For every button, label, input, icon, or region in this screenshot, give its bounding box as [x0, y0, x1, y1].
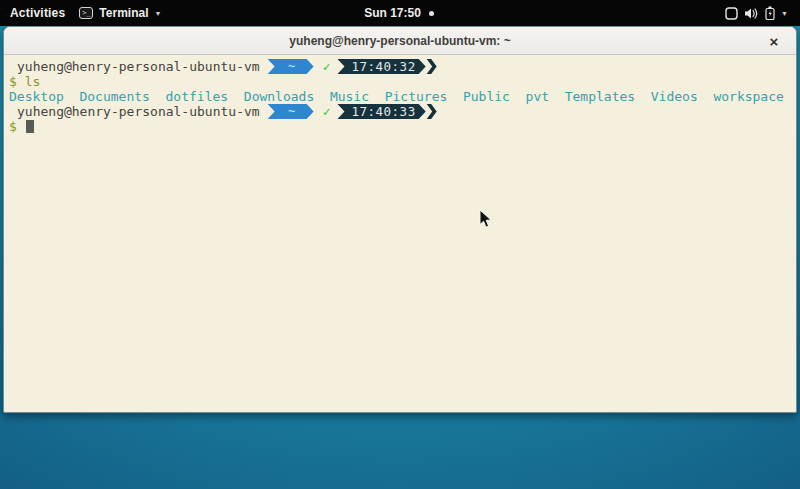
screen-icon	[725, 7, 738, 20]
desktop: Activities >_ Terminal ▼ Sun 17:50 ▼	[0, 0, 800, 489]
battery-charging-icon	[765, 6, 775, 20]
prompt-line: yuheng@henry-personal-ubuntu-vm ~ ✓ 17:4…	[9, 59, 791, 74]
prompt-dollar: $	[9, 74, 17, 89]
terminal-window: yuheng@henry-personal-ubuntu-vm: ~ × yuh…	[3, 26, 797, 413]
directory-list: Desktop Documents dotfiles Downloads Mus…	[9, 89, 784, 104]
window-title: yuheng@henry-personal-ubuntu-vm: ~	[289, 34, 510, 48]
terminal-screen[interactable]: yuheng@henry-personal-ubuntu-vm ~ ✓ 17:4…	[4, 55, 796, 413]
prompt-user-host: yuheng@henry-personal-ubuntu-vm	[9, 59, 260, 74]
window-titlebar[interactable]: yuheng@henry-personal-ubuntu-vm: ~ ×	[4, 27, 796, 55]
check-icon: ✓	[323, 59, 331, 74]
prompt-time-segment: 17:40:32	[337, 59, 425, 74]
prompt-path-segment: ~	[268, 104, 314, 119]
prompt-path-segment: ~	[268, 59, 314, 74]
ls-output-line: Desktop Documents dotfiles Downloads Mus…	[9, 89, 791, 104]
clock-button[interactable]: Sun 17:50	[364, 6, 434, 20]
space-gap	[17, 119, 25, 134]
chevron-down-icon: ▼	[781, 10, 788, 17]
check-icon: ✓	[323, 104, 331, 119]
close-button[interactable]: ×	[764, 31, 784, 51]
prompt-user-host: yuheng@henry-personal-ubuntu-vm	[9, 104, 260, 119]
clock-label: Sun 17:50	[364, 6, 421, 20]
powerline-arrow-icon	[427, 59, 437, 74]
prompt-dollar: $	[9, 119, 17, 134]
gnome-top-bar: Activities >_ Terminal ▼ Sun 17:50 ▼	[0, 0, 800, 26]
top-bar-left: Activities >_ Terminal ▼	[0, 6, 364, 20]
space-gap	[17, 74, 25, 89]
terminal-cursor	[26, 120, 34, 133]
terminal-icon: >_	[79, 7, 93, 19]
input-line: $	[9, 119, 791, 134]
volume-icon	[744, 7, 759, 20]
command-line: $ ls	[9, 74, 791, 89]
app-menu-label: Terminal	[99, 6, 148, 20]
powerline-arrow-icon	[427, 104, 437, 119]
app-menu-button[interactable]: >_ Terminal ▼	[79, 6, 161, 20]
typed-command: ls	[25, 74, 41, 89]
prompt-line: yuheng@henry-personal-ubuntu-vm ~ ✓ 17:4…	[9, 104, 791, 119]
activities-button[interactable]: Activities	[10, 6, 65, 20]
prompt-time-segment: 17:40:33	[337, 104, 425, 119]
system-menu-button[interactable]: ▼	[434, 6, 800, 20]
chevron-down-icon: ▼	[154, 10, 161, 17]
